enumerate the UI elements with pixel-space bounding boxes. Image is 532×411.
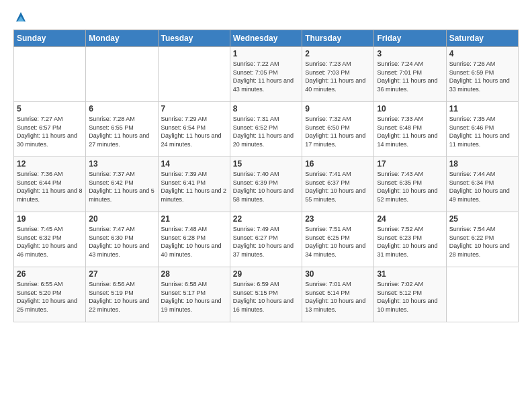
calendar-day-cell: 17Sunrise: 7:43 AM Sunset: 6:35 PM Dayli… bbox=[374, 157, 446, 212]
calendar-day-cell: 28Sunrise: 6:58 AM Sunset: 5:17 PM Dayli… bbox=[158, 267, 230, 322]
day-info: Sunrise: 7:33 AM Sunset: 6:48 PM Dayligh… bbox=[377, 115, 443, 148]
day-number: 4 bbox=[449, 49, 515, 58]
day-number: 9 bbox=[305, 104, 371, 113]
calendar-day-cell bbox=[86, 47, 158, 102]
day-number: 30 bbox=[305, 269, 371, 279]
day-info: Sunrise: 6:55 AM Sunset: 5:20 PM Dayligh… bbox=[17, 280, 83, 314]
day-of-week-header: Monday bbox=[86, 30, 158, 47]
day-number: 28 bbox=[161, 269, 227, 279]
day-of-week-header: Sunday bbox=[14, 30, 86, 47]
day-info: Sunrise: 7:26 AM Sunset: 6:59 PM Dayligh… bbox=[449, 60, 515, 93]
day-number: 31 bbox=[377, 269, 443, 279]
day-info: Sunrise: 7:35 AM Sunset: 6:46 PM Dayligh… bbox=[449, 115, 515, 148]
calendar-day-cell: 9Sunrise: 7:32 AM Sunset: 6:50 PM Daylig… bbox=[302, 102, 374, 157]
day-number: 3 bbox=[377, 49, 443, 58]
header bbox=[13, 11, 519, 24]
logo-icon bbox=[15, 11, 27, 23]
calendar-day-cell: 1Sunrise: 7:22 AM Sunset: 7:05 PM Daylig… bbox=[230, 47, 302, 102]
day-info: Sunrise: 7:24 AM Sunset: 7:01 PM Dayligh… bbox=[377, 60, 443, 93]
day-info: Sunrise: 7:37 AM Sunset: 6:42 PM Dayligh… bbox=[89, 170, 154, 203]
day-of-week-header: Tuesday bbox=[158, 30, 230, 47]
day-info: Sunrise: 7:28 AM Sunset: 6:55 PM Dayligh… bbox=[89, 115, 154, 148]
day-number: 29 bbox=[233, 269, 299, 279]
day-info: Sunrise: 6:59 AM Sunset: 5:15 PM Dayligh… bbox=[233, 280, 299, 314]
calendar-week-row: 26Sunrise: 6:55 AM Sunset: 5:20 PM Dayli… bbox=[14, 267, 519, 322]
calendar-week-row: 1Sunrise: 7:22 AM Sunset: 7:05 PM Daylig… bbox=[14, 47, 519, 102]
day-of-week-header: Wednesday bbox=[230, 30, 302, 47]
calendar-day-cell: 27Sunrise: 6:56 AM Sunset: 5:19 PM Dayli… bbox=[86, 267, 158, 322]
day-number: 23 bbox=[305, 214, 371, 224]
day-number: 10 bbox=[377, 104, 443, 113]
day-info: Sunrise: 7:48 AM Sunset: 6:28 PM Dayligh… bbox=[161, 225, 227, 259]
calendar-day-cell: 29Sunrise: 6:59 AM Sunset: 5:15 PM Dayli… bbox=[230, 267, 302, 322]
calendar-day-cell: 23Sunrise: 7:51 AM Sunset: 6:25 PM Dayli… bbox=[302, 212, 374, 267]
day-number: 14 bbox=[161, 159, 227, 169]
calendar-day-cell: 4Sunrise: 7:26 AM Sunset: 6:59 PM Daylig… bbox=[446, 47, 518, 102]
calendar-day-cell: 26Sunrise: 6:55 AM Sunset: 5:20 PM Dayli… bbox=[14, 267, 86, 322]
day-info: Sunrise: 7:43 AM Sunset: 6:35 PM Dayligh… bbox=[377, 170, 443, 203]
day-number: 27 bbox=[89, 269, 154, 279]
calendar-day-cell: 15Sunrise: 7:40 AM Sunset: 6:39 PM Dayli… bbox=[230, 157, 302, 212]
day-number: 11 bbox=[449, 104, 515, 113]
calendar-day-cell: 12Sunrise: 7:36 AM Sunset: 6:44 PM Dayli… bbox=[14, 157, 86, 212]
day-info: Sunrise: 7:54 AM Sunset: 6:22 PM Dayligh… bbox=[449, 225, 515, 259]
calendar-day-cell: 16Sunrise: 7:41 AM Sunset: 6:37 PM Dayli… bbox=[302, 157, 374, 212]
calendar-day-cell: 30Sunrise: 7:01 AM Sunset: 5:14 PM Dayli… bbox=[302, 267, 374, 322]
calendar-day-cell: 22Sunrise: 7:49 AM Sunset: 6:27 PM Dayli… bbox=[230, 212, 302, 267]
day-info: Sunrise: 7:01 AM Sunset: 5:14 PM Dayligh… bbox=[305, 280, 371, 314]
day-info: Sunrise: 7:39 AM Sunset: 6:41 PM Dayligh… bbox=[161, 170, 227, 203]
day-info: Sunrise: 6:58 AM Sunset: 5:17 PM Dayligh… bbox=[161, 280, 227, 314]
day-number: 22 bbox=[233, 214, 299, 224]
calendar-day-cell: 10Sunrise: 7:33 AM Sunset: 6:48 PM Dayli… bbox=[374, 102, 446, 157]
calendar-day-cell: 21Sunrise: 7:48 AM Sunset: 6:28 PM Dayli… bbox=[158, 212, 230, 267]
day-info: Sunrise: 6:56 AM Sunset: 5:19 PM Dayligh… bbox=[89, 280, 154, 314]
calendar-day-cell: 5Sunrise: 7:27 AM Sunset: 6:57 PM Daylig… bbox=[14, 102, 86, 157]
day-number: 24 bbox=[377, 214, 443, 224]
day-number: 15 bbox=[233, 159, 299, 169]
day-number: 26 bbox=[17, 269, 83, 279]
calendar-day-cell: 25Sunrise: 7:54 AM Sunset: 6:22 PM Dayli… bbox=[446, 212, 518, 267]
calendar-table: SundayMondayTuesdayWednesdayThursdayFrid… bbox=[13, 30, 519, 322]
calendar-day-cell: 11Sunrise: 7:35 AM Sunset: 6:46 PM Dayli… bbox=[446, 102, 518, 157]
page: SundayMondayTuesdayWednesdayThursdayFrid… bbox=[0, 0, 532, 333]
logo bbox=[13, 11, 27, 24]
day-number: 21 bbox=[161, 214, 227, 224]
day-number: 18 bbox=[449, 159, 515, 169]
calendar-day-cell: 3Sunrise: 7:24 AM Sunset: 7:01 PM Daylig… bbox=[374, 47, 446, 102]
day-number: 13 bbox=[89, 159, 154, 169]
day-info: Sunrise: 7:23 AM Sunset: 7:03 PM Dayligh… bbox=[305, 60, 371, 93]
calendar-day-cell: 24Sunrise: 7:52 AM Sunset: 6:23 PM Dayli… bbox=[374, 212, 446, 267]
calendar-day-cell bbox=[14, 47, 86, 102]
day-info: Sunrise: 7:27 AM Sunset: 6:57 PM Dayligh… bbox=[17, 115, 83, 148]
day-number: 17 bbox=[377, 159, 443, 169]
day-info: Sunrise: 7:51 AM Sunset: 6:25 PM Dayligh… bbox=[305, 225, 371, 259]
day-info: Sunrise: 7:29 AM Sunset: 6:54 PM Dayligh… bbox=[161, 115, 227, 148]
day-of-week-header: Friday bbox=[374, 30, 446, 47]
day-info: Sunrise: 7:31 AM Sunset: 6:52 PM Dayligh… bbox=[233, 115, 299, 148]
day-info: Sunrise: 7:02 AM Sunset: 5:12 PM Dayligh… bbox=[377, 280, 443, 314]
day-number: 8 bbox=[233, 104, 299, 113]
day-info: Sunrise: 7:52 AM Sunset: 6:23 PM Dayligh… bbox=[377, 225, 443, 259]
day-number: 12 bbox=[17, 159, 83, 169]
day-of-week-header: Saturday bbox=[446, 30, 518, 47]
day-number: 19 bbox=[17, 214, 83, 224]
calendar-week-row: 12Sunrise: 7:36 AM Sunset: 6:44 PM Dayli… bbox=[14, 157, 519, 212]
day-number: 5 bbox=[17, 104, 83, 113]
day-info: Sunrise: 7:22 AM Sunset: 7:05 PM Dayligh… bbox=[233, 60, 299, 93]
calendar-day-cell: 20Sunrise: 7:47 AM Sunset: 6:30 PM Dayli… bbox=[86, 212, 158, 267]
day-number: 6 bbox=[89, 104, 154, 113]
day-number: 7 bbox=[161, 104, 227, 113]
calendar-header-row: SundayMondayTuesdayWednesdayThursdayFrid… bbox=[14, 30, 519, 47]
day-info: Sunrise: 7:36 AM Sunset: 6:44 PM Dayligh… bbox=[17, 170, 83, 203]
calendar-week-row: 19Sunrise: 7:45 AM Sunset: 6:32 PM Dayli… bbox=[14, 212, 519, 267]
day-info: Sunrise: 7:41 AM Sunset: 6:37 PM Dayligh… bbox=[305, 170, 371, 203]
day-number: 25 bbox=[449, 214, 515, 224]
calendar-day-cell: 2Sunrise: 7:23 AM Sunset: 7:03 PM Daylig… bbox=[302, 47, 374, 102]
calendar-day-cell: 8Sunrise: 7:31 AM Sunset: 6:52 PM Daylig… bbox=[230, 102, 302, 157]
calendar-day-cell: 18Sunrise: 7:44 AM Sunset: 6:34 PM Dayli… bbox=[446, 157, 518, 212]
day-info: Sunrise: 7:32 AM Sunset: 6:50 PM Dayligh… bbox=[305, 115, 371, 148]
day-of-week-header: Thursday bbox=[302, 30, 374, 47]
calendar-day-cell: 13Sunrise: 7:37 AM Sunset: 6:42 PM Dayli… bbox=[86, 157, 158, 212]
calendar-day-cell: 31Sunrise: 7:02 AM Sunset: 5:12 PM Dayli… bbox=[374, 267, 446, 322]
day-info: Sunrise: 7:47 AM Sunset: 6:30 PM Dayligh… bbox=[89, 225, 154, 259]
